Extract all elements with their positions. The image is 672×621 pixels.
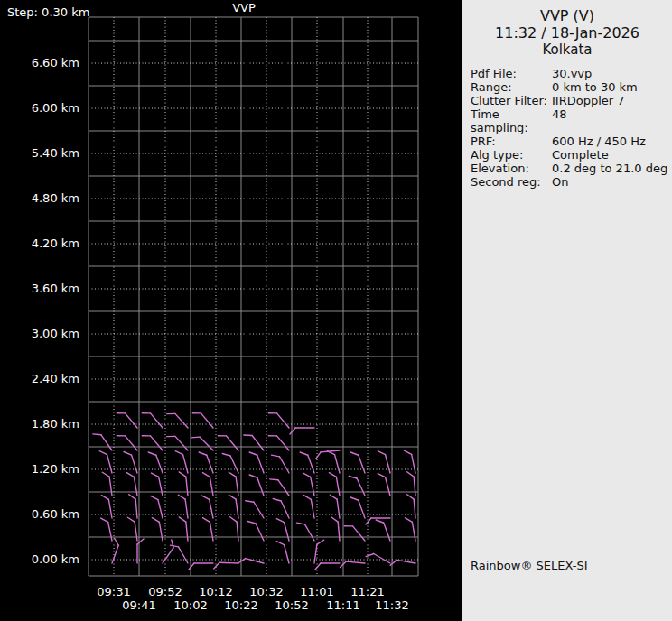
wind-barb-segment [167,410,175,418]
info-row: Second reg:On [471,175,670,189]
wind-barb [202,516,213,542]
wind-barb-segment [378,450,385,457]
wind-barb-segment [277,436,289,450]
vvp-application-window: Step: 0.30 km VVP 6.60 km6.00 km5.40 km4… [0,0,672,621]
wind-barb-segment [249,450,257,458]
info-label: Second reg: [471,175,552,189]
wind-barb [218,431,238,454]
info-value: 0.2 deg to 21.0 deg [552,162,670,175]
y-axis-tick-label: 6.00 km [0,101,79,115]
info-row: Elevation:0.2 deg to 21.0 deg [471,162,670,175]
wind-barb-segment [346,561,365,563]
wind-barb-segment [108,522,112,541]
wind-barb-segment [278,480,289,496]
wind-barb-segment [175,436,188,450]
wind-barb-segment [397,560,415,563]
wind-barb-segment [308,455,314,473]
wind-barb-segment [117,409,125,417]
y-axis-tick-label: 1.20 km [0,462,79,476]
wind-barb [179,516,188,542]
wind-barb-segment [207,455,213,473]
wind-barb [214,562,238,570]
wind-barb-segment [384,523,390,541]
x-axis-tick-label: 11:21 [346,585,389,598]
wind-barb-segment [271,452,279,460]
wind-barb-segment [386,455,390,473]
info-label: Pdf File: [471,67,552,80]
info-row: PRF:600 Hz / 450 Hz [471,134,670,148]
wind-barb-segment [296,520,304,528]
brand-footer: Rainbow® SELEX-SI [471,559,588,572]
wind-barb-segment [185,499,188,518]
wind-barb-segment [210,499,213,518]
wind-barb [151,495,163,520]
info-value: IIRDoppler 7 [552,94,670,107]
wind-barb-segment [303,472,311,478]
wind-barb-segment [210,522,213,541]
wind-barb-segment [163,548,173,563]
wind-barb-segment [236,477,238,496]
info-row: Pdf File:30.vvp [471,67,670,80]
wind-barb [350,450,365,476]
wind-barb-segment [270,476,278,484]
wind-barb-segment [305,524,315,541]
wind-barb-segment [142,409,150,417]
wind-barb [340,561,365,570]
wind-barb-segment [227,436,238,450]
wind-barb-segment [311,477,314,496]
wind-barb [117,409,137,431]
wind-barb [126,471,137,496]
wind-barb-segment [179,471,186,477]
x-axis-tick-label: 10:22 [219,598,263,612]
info-value: 30.vvp [552,67,670,80]
wind-barb-segment [109,477,112,496]
panel-title-product: VVP (V) [462,7,672,24]
y-axis-tick-label: 3.60 km [0,282,79,295]
wind-barb [376,518,390,543]
wind-barb-segment [202,495,210,501]
wind-barb-segment [378,472,385,479]
wind-barb [238,557,264,570]
y-axis-tick-label: 3.00 km [0,327,79,340]
wind-barb [405,450,415,475]
y-axis-tick-label: 4.20 km [0,236,79,250]
wind-barb-segment [210,477,213,496]
wind-barb-segment [335,455,340,473]
wind-barb-segment [331,516,338,523]
wind-barb-segment [390,559,397,566]
wind-barb-segment [374,554,390,564]
wind-barb-segment [151,413,163,428]
step-label: Step: 0.30 km [7,5,89,19]
info-value: Complete [552,148,670,162]
wind-barb-segment [127,516,135,523]
wind-barb-segment [290,428,295,434]
y-axis-tick-label: 0.00 km [0,552,79,566]
wind-barb-segment [192,409,201,417]
wind-barb [315,563,340,570]
info-label: Clutter Filter: [471,94,552,107]
wind-barb-segment [285,523,289,541]
info-row: Time sampling:48 [471,107,670,134]
x-axis-tick-label: 10:02 [169,598,212,612]
wind-barb [244,431,264,455]
info-row: Range:0 km to 30 km [471,80,670,94]
x-axis-tick-label: 11:01 [295,585,339,598]
wind-barb [290,428,314,434]
y-axis-tick-label: 6.60 km [0,56,79,70]
wind-barb-segment [407,471,414,477]
wind-barb [148,450,163,476]
wind-barb-segment [412,454,415,473]
wind-barb-segment [137,539,144,544]
wind-barb-segment [314,544,317,563]
wind-barb-segment [170,542,178,551]
wind-barb-segment [159,522,163,541]
wind-barb [189,563,213,570]
wind-barb [152,516,163,542]
wind-barb [303,472,314,497]
x-axis-tick-label: 11:32 [370,598,414,612]
wind-barb-segment [366,518,371,524]
wind-barb-segment [126,436,137,450]
wind-barb-segment [112,545,118,563]
x-axis-tick-label: 09:31 [92,585,135,598]
wind-barb [191,433,213,455]
